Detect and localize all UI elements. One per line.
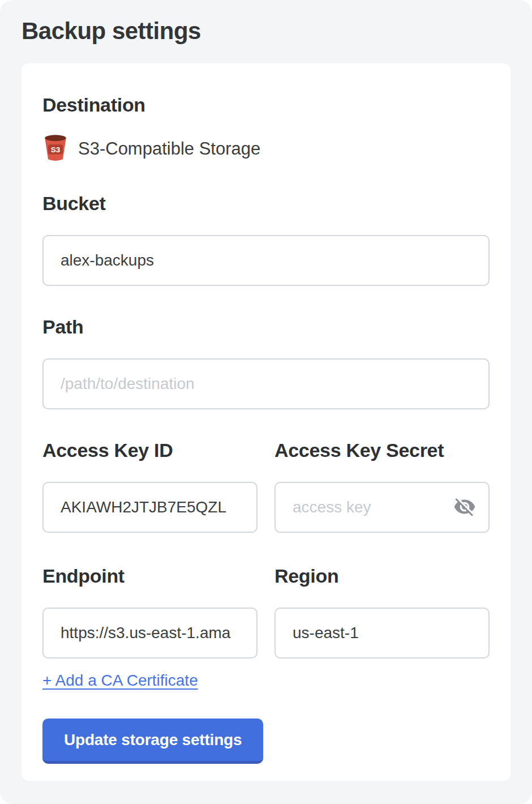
path-field: Path — [42, 315, 490, 409]
endpoint-input[interactable] — [42, 608, 258, 658]
eye-off-icon — [453, 495, 476, 520]
access-key-id-label: Access Key ID — [42, 439, 258, 461]
toggle-secret-visibility-button[interactable] — [452, 495, 477, 520]
path-label: Path — [42, 315, 490, 338]
region-label: Region — [274, 564, 490, 587]
bucket-input[interactable] — [42, 235, 490, 286]
access-key-row: Access Key ID Access Key Secret — [42, 439, 490, 533]
path-input[interactable] — [42, 358, 490, 409]
bucket-field: Bucket — [42, 192, 490, 286]
access-key-secret-field: Access Key Secret — [274, 439, 490, 533]
region-input[interactable] — [274, 608, 490, 658]
add-ca-certificate-link[interactable]: + Add a CA Certificate — [42, 671, 198, 690]
access-key-secret-label: Access Key Secret — [274, 439, 490, 461]
region-field: Region — [274, 564, 490, 658]
settings-card: Destination S3 S3-Compatible Storage Buc… — [22, 63, 510, 781]
destination-value: S3-Compatible Storage — [78, 134, 260, 164]
endpoint-field: Endpoint — [42, 564, 258, 658]
update-storage-settings-button[interactable]: Update storage settings — [42, 719, 263, 764]
endpoint-label: Endpoint — [42, 564, 258, 587]
page-title: Backup settings — [22, 18, 510, 44]
s3-bucket-icon: S3 — [42, 133, 68, 165]
endpoint-region-row: Endpoint Region — [42, 564, 490, 658]
svg-text:S3: S3 — [51, 146, 61, 154]
access-key-id-field: Access Key ID — [42, 439, 258, 533]
destination-row: S3 S3-Compatible Storage — [42, 133, 490, 165]
access-key-id-input[interactable] — [42, 482, 258, 533]
backup-settings-panel: Backup settings Destination S3 S3-Compat… — [0, 0, 532, 804]
destination-label: Destination — [42, 93, 490, 116]
bucket-label: Bucket — [42, 192, 490, 215]
